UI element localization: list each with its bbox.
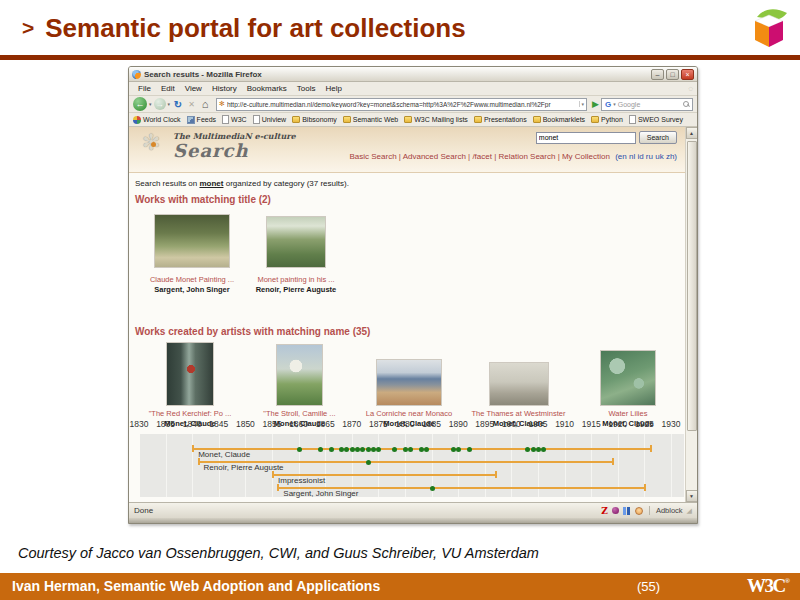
artwork-thumbnail[interactable] [155, 215, 229, 267]
bookmark-item[interactable]: Uniview [253, 115, 287, 124]
timeline-dot[interactable] [350, 447, 355, 452]
stats-bars-icon[interactable] [623, 507, 631, 515]
site-nav-link[interactable]: My Collection [555, 152, 610, 161]
bookmark-label: W3C [231, 116, 247, 123]
timeline-dot[interactable] [536, 447, 541, 452]
timeline-year-label: 1845 [209, 419, 228, 429]
address-dropdown-icon[interactable]: ▾ [579, 101, 585, 107]
artwork-result: Monet painting in his ... Renoir, Pierre… [246, 211, 346, 295]
language-links[interactable]: (en nl id ru uk zh) [615, 152, 677, 161]
site-nav-link[interactable]: Basic Search [349, 152, 396, 161]
menu-item[interactable]: Tools [292, 84, 321, 93]
artwork-thumbnail[interactable] [167, 343, 213, 405]
timeline-dot[interactable] [339, 447, 344, 452]
timeline-dot[interactable] [451, 447, 456, 452]
page-scrollbar[interactable]: ▲ ▼ [685, 127, 697, 502]
zotero-icon[interactable]: Z [601, 506, 608, 516]
bookmark-item[interactable]: Semantic Web [343, 116, 398, 123]
bookmark-item[interactable]: SWEO Survey [629, 115, 683, 124]
back-dropdown-icon[interactable]: ▾ [149, 101, 152, 107]
scroll-down-icon[interactable]: ▼ [686, 490, 698, 502]
close-button[interactable]: × [681, 69, 694, 80]
timeline-year-label: 1920 [608, 419, 627, 429]
bookmark-item[interactable]: Bibsonomy [292, 116, 337, 123]
go-button[interactable]: ▶ [592, 99, 599, 109]
google-search-placeholder[interactable]: Google [618, 101, 681, 108]
menu-item[interactable]: File [133, 84, 156, 93]
artwork-title-link[interactable]: "The Stroll, Camille ... [263, 409, 335, 419]
resize-grip-icon[interactable]: ◢ [687, 507, 692, 515]
artwork-thumbnail[interactable] [377, 360, 441, 405]
timeline-dot[interactable] [456, 447, 461, 452]
artwork-title-link[interactable]: Claude Monet Painting ... [150, 275, 234, 285]
timeline-dot[interactable] [366, 460, 371, 465]
menu-item[interactable]: History [207, 84, 242, 93]
artwork-title-link[interactable]: The Thames at Westminster [472, 409, 566, 419]
timeline-dot[interactable] [297, 447, 302, 452]
bookmark-item[interactable]: Feeds [187, 116, 216, 124]
face-icon[interactable] [635, 507, 643, 515]
menu-item[interactable]: Edit [156, 84, 180, 93]
timeline-dot[interactable] [376, 447, 381, 452]
artwork-title-link[interactable]: La Corniche near Monaco [366, 409, 452, 419]
google-search-box[interactable]: G ▾ Google [601, 98, 693, 111]
artwork-title-link[interactable]: "The Red Kerchief: Po ... [149, 409, 232, 419]
bookmark-item[interactable]: World Clock [133, 116, 181, 124]
scrollbar-thumb[interactable] [687, 141, 697, 431]
adblock-label[interactable]: Adblock [649, 506, 683, 515]
address-bar[interactable]: ✻ http://e-culture.multimedian.nl/demo/k… [216, 98, 587, 111]
timeline-dot[interactable] [467, 447, 472, 452]
search-input[interactable] [536, 132, 636, 144]
timeline-dot[interactable] [371, 447, 376, 452]
artwork-thumbnail[interactable] [490, 363, 548, 405]
purple-dot-icon[interactable] [612, 507, 619, 514]
artwork-thumbnail[interactable] [277, 345, 322, 405]
timeline-dot[interactable] [408, 447, 413, 452]
minimize-button[interactable]: – [651, 69, 664, 80]
forward-dropdown-icon[interactable]: ▾ [168, 101, 171, 107]
timeline-dot[interactable] [329, 447, 334, 452]
artwork-title-link[interactable]: Monet painting in his ... [256, 275, 337, 285]
magnifier-icon[interactable] [683, 101, 689, 107]
forward-button[interactable]: → [154, 98, 166, 110]
search-button[interactable]: Search [639, 131, 677, 144]
bookmark-item[interactable]: Python [591, 116, 623, 123]
home-button[interactable]: ⌂ [199, 98, 211, 110]
artwork-thumbnail[interactable] [601, 351, 655, 405]
timeline-dot[interactable] [355, 447, 360, 452]
address-url[interactable]: http://e-culture.multimedian.nl/demo/key… [227, 101, 579, 108]
artwork-thumb-wrap [142, 211, 242, 267]
bookmark-icon [292, 116, 300, 123]
timeline-dot[interactable] [531, 447, 536, 452]
timeline-dot[interactable] [430, 486, 435, 491]
timeline-dot[interactable] [525, 447, 530, 452]
site-nav-link[interactable]: Advanced Search [397, 152, 466, 161]
bookmark-item[interactable]: Bookmarklets [533, 116, 585, 123]
bookmark-item[interactable]: W3C Mailing lists [404, 116, 468, 123]
bookmark-item[interactable]: Presentations [474, 116, 527, 123]
timeline-dot[interactable] [541, 447, 546, 452]
site-nav-link[interactable]: /facet [466, 152, 492, 161]
menu-item[interactable]: View [180, 84, 207, 93]
timeline-dot[interactable] [318, 447, 323, 452]
maximize-button[interactable]: □ [666, 69, 679, 80]
window-titlebar[interactable]: Search results - Mozilla Firefox – □ × [129, 67, 697, 82]
timeline-dot[interactable] [392, 447, 397, 452]
menu-item[interactable]: Help [320, 84, 346, 93]
timeline-dot[interactable] [366, 447, 371, 452]
menu-item[interactable]: Bookmarks [242, 84, 292, 93]
timeline-dot[interactable] [403, 447, 408, 452]
timeline-dot[interactable] [424, 447, 429, 452]
timeline-dot[interactable] [419, 447, 424, 452]
bookmark-label: Bookmarklets [543, 116, 585, 123]
scroll-up-icon[interactable]: ▲ [686, 127, 698, 139]
bookmark-item[interactable]: W3C [222, 115, 247, 124]
site-nav-link[interactable]: Relation Search [492, 152, 555, 161]
keyword-link[interactable]: monet [199, 179, 223, 188]
stop-button[interactable]: ✕ [186, 100, 197, 109]
google-dropdown-icon[interactable]: ▾ [613, 101, 616, 107]
artwork-title-link[interactable]: Water Lilies [602, 409, 653, 419]
back-button[interactable]: ← [133, 97, 147, 111]
artwork-thumbnail[interactable] [267, 217, 325, 267]
reload-button[interactable]: ↻ [172, 99, 184, 110]
